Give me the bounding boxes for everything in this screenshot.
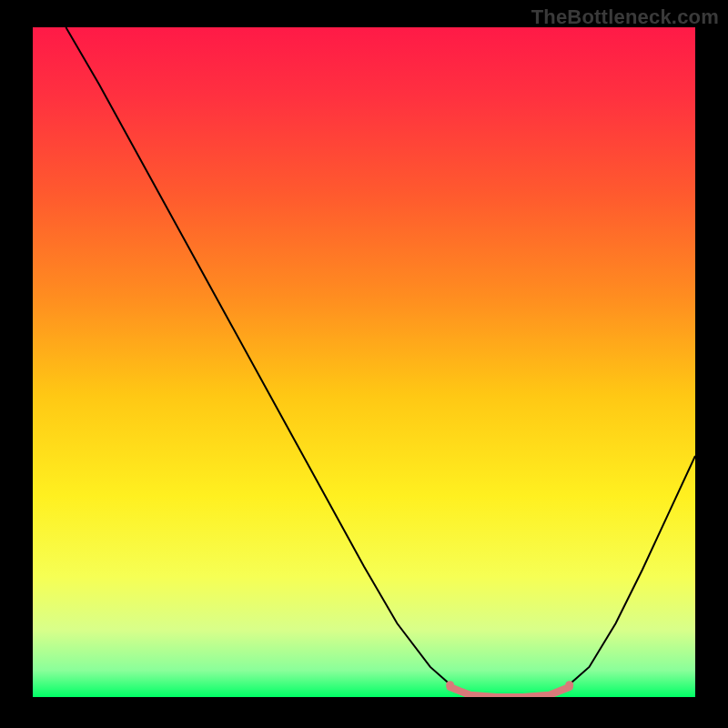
chart-canvas: TheBottleneck.com bbox=[0, 0, 728, 728]
chart-svg bbox=[33, 27, 695, 697]
svg-point-1 bbox=[565, 681, 573, 689]
svg-point-0 bbox=[446, 681, 454, 689]
plot-area bbox=[33, 27, 695, 697]
watermark-text: TheBottleneck.com bbox=[531, 5, 719, 29]
gradient-background bbox=[33, 27, 695, 697]
